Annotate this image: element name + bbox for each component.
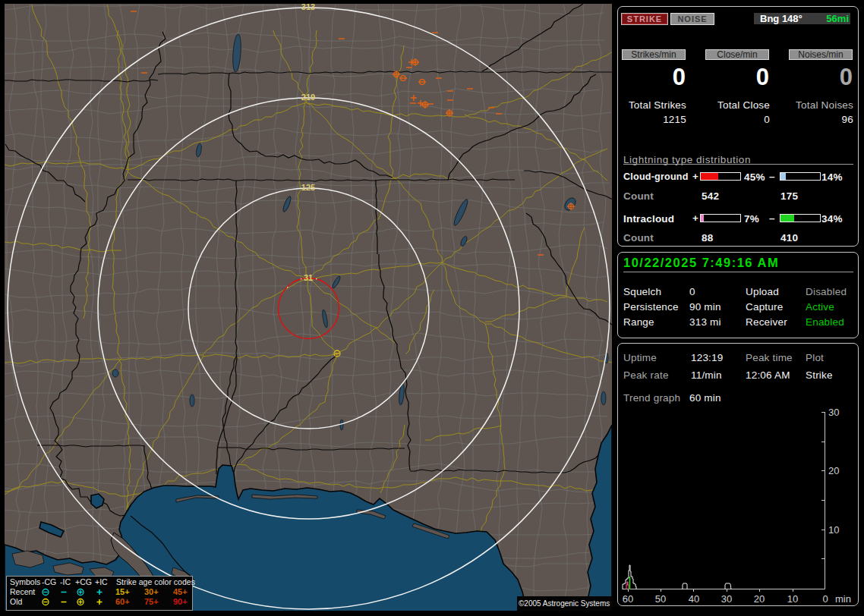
svg-text:30: 30 [721,593,732,605]
svg-text:20: 20 [754,593,765,605]
svg-text:50: 50 [655,593,666,605]
svg-text:30: 30 [828,407,839,418]
svg-text:min: min [835,593,851,605]
svg-text:0: 0 [822,593,828,605]
svg-text:60: 60 [623,593,633,605]
svg-text:40: 40 [689,593,699,605]
svg-text:20: 20 [828,465,839,476]
svg-text:10: 10 [828,524,839,536]
svg-text:10: 10 [787,593,798,605]
